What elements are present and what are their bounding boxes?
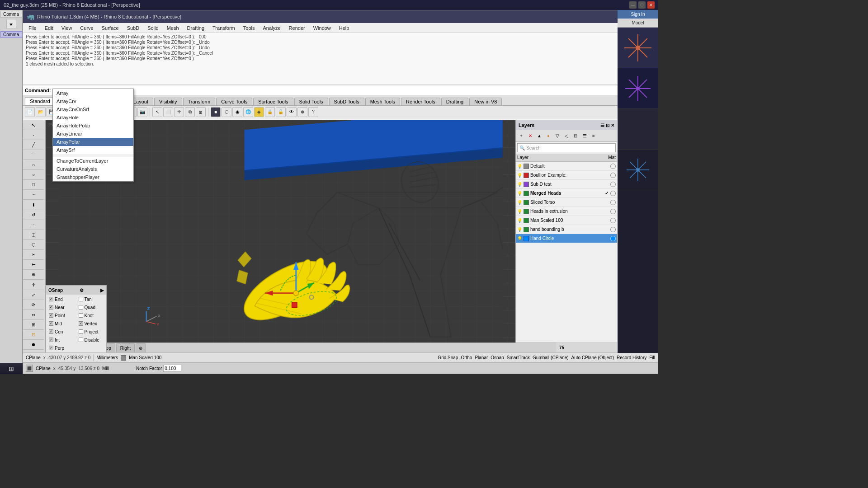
osnap-collapse-icon[interactable]: ▶	[100, 288, 104, 293]
osnap-settings-icon[interactable]: ⚙	[80, 288, 84, 293]
layers-close-icon[interactable]: ✕	[611, 123, 614, 128]
layers-filter-icon[interactable]: ⊡	[606, 123, 609, 128]
menu-subd[interactable]: SubD	[123, 24, 143, 32]
osnap-knot-row[interactable]: Knot	[77, 311, 105, 319]
move-btn[interactable]: ✛	[174, 107, 184, 117]
osnap-project-check[interactable]	[79, 329, 83, 334]
autocomplete-grasshopper[interactable]: GrasshopperPlayer	[53, 173, 133, 181]
layer-settings-btn[interactable]: ☰	[580, 132, 589, 140]
osnap-point-row[interactable]: ✓ Point	[47, 311, 75, 319]
menu-transform[interactable]: Transform	[209, 24, 239, 32]
layer-select-btn[interactable]: ◁	[562, 132, 571, 140]
tab-transform[interactable]: Transform	[183, 98, 216, 105]
status-record-history[interactable]: Record History	[617, 355, 646, 360]
layer-row-subd[interactable]: 💡 Sub D test	[516, 180, 617, 189]
status-cplane[interactable]: CPlane	[26, 355, 41, 360]
osnap-int-check[interactable]: ✓	[49, 338, 53, 342]
menu-edit[interactable]: Edit	[41, 24, 57, 32]
wireframe-btn[interactable]: ⬡	[222, 107, 231, 117]
tab-mesh-tools[interactable]: Mesh Tools	[365, 98, 400, 105]
menu-surface[interactable]: Surface	[98, 24, 123, 32]
menu-render[interactable]: Render	[285, 24, 309, 32]
layer-visibility-icon-heads[interactable]: 💡	[517, 209, 524, 214]
tab-surface-tools[interactable]: Surface Tools	[253, 98, 293, 105]
copy-btn[interactable]: ⧉	[185, 107, 195, 117]
unlock-btn[interactable]: 🔓	[276, 107, 286, 117]
open-btn[interactable]: 📂	[36, 107, 46, 117]
menu-help[interactable]: Help	[335, 24, 353, 32]
layer-visibility-icon-hand-c[interactable]: 💡	[517, 236, 524, 241]
tab-visibility[interactable]: Visibility	[154, 98, 182, 105]
tool-mirror[interactable]: ⇔	[23, 310, 44, 320]
model-tab[interactable]: Model	[618, 19, 658, 28]
tool-select[interactable]: ↖	[23, 120, 44, 130]
status-osnap[interactable]: Osnap	[491, 355, 504, 360]
tool-point[interactable]: ·	[23, 130, 44, 140]
snap-btn[interactable]: ⊕	[297, 107, 307, 117]
display-mode-btn[interactable]: ■	[211, 107, 221, 117]
tool-split[interactable]: ⊢	[23, 260, 44, 270]
layer-visibility-icon-merged[interactable]: 💡	[517, 191, 524, 196]
osnap-end-row[interactable]: ✓ End	[47, 295, 75, 303]
osnap-cen-check[interactable]: ✓	[49, 329, 53, 334]
osnap-near-check[interactable]: ✓	[49, 305, 53, 310]
tool-rect[interactable]: □	[23, 180, 44, 190]
tab-solid-tools[interactable]: Solid Tools	[294, 98, 328, 105]
autocomplete-arraylinear[interactable]: ArrayLinear	[53, 130, 133, 138]
layer-delete-btn[interactable]: ✕	[526, 132, 534, 140]
outer-close-btn[interactable]: ✕	[647, 1, 655, 9]
menu-window[interactable]: Window	[310, 24, 335, 32]
osnap-mid-check[interactable]: ✓	[49, 321, 53, 326]
osnap-project-row[interactable]: Project	[77, 328, 105, 336]
tool-revolve[interactable]: ↺	[23, 210, 44, 220]
tool-blend[interactable]: ⌶	[23, 230, 44, 240]
menu-analyze[interactable]: Analyze	[259, 24, 284, 32]
help-btn[interactable]: ?	[308, 107, 318, 117]
menu-tools[interactable]: Tools	[240, 24, 259, 32]
layer-row-heads-ext[interactable]: 💡 Heads in extrusion	[516, 207, 617, 216]
status-ortho[interactable]: Ortho	[461, 355, 472, 360]
autocomplete-arraysrf[interactable]: ArraySrf	[53, 146, 133, 154]
osnap-mid-row[interactable]: ✓ Mid	[47, 319, 75, 328]
status-fill[interactable]: Fill	[649, 355, 655, 360]
tool-mesh[interactable]: ⬡	[23, 240, 44, 250]
tool-loft[interactable]: ⋯	[23, 220, 44, 230]
tool-line[interactable]: ╱	[23, 140, 44, 150]
tab-drafting[interactable]: Drafting	[441, 98, 469, 105]
status-auto-cplane[interactable]: Auto CPlane (Object)	[571, 355, 614, 360]
osnap-int-row[interactable]: ✓ Int	[47, 336, 75, 344]
layer-row-merged-heads[interactable]: 💡 Merged Heads ✓	[516, 189, 617, 198]
tool-gumball[interactable]: ⊡	[23, 330, 44, 340]
menu-view[interactable]: View	[58, 24, 76, 32]
osnap-point-check[interactable]: ✓	[49, 313, 53, 318]
layers-settings-icon[interactable]: ☰	[600, 123, 604, 128]
select-btn[interactable]: ↖	[152, 107, 162, 117]
vp-tab-right[interactable]: Right	[116, 343, 135, 352]
autocomplete-arrayholepolar[interactable]: ArrayHolePolar	[53, 122, 133, 130]
layer-row-sliced-torso[interactable]: 💡 Sliced Torso	[516, 198, 617, 207]
menu-mesh[interactable]: Mesh	[163, 24, 183, 32]
layer-add-btn[interactable]: +	[517, 132, 525, 140]
osnap-near-row[interactable]: ✓ Near	[47, 303, 75, 311]
layer-color-btn[interactable]: ●	[544, 132, 552, 140]
tool-rotate[interactable]: ⟳	[23, 300, 44, 310]
layer-row-hand-bound[interactable]: 💡 hand bounding b	[516, 225, 617, 234]
tab-standard[interactable]: Standard	[25, 97, 55, 105]
status-gumball[interactable]: Gumball (CPlane)	[533, 355, 568, 360]
window-sel-btn[interactable]: ⬜	[163, 107, 173, 117]
tool-arc[interactable]: ∩	[23, 160, 44, 170]
tab-subd-tools[interactable]: SubD Tools	[329, 98, 364, 105]
layer-visibility-icon-subd[interactable]: 💡	[517, 182, 524, 187]
menu-curve[interactable]: Curve	[76, 24, 97, 32]
status-grid-snap[interactable]: Grid Snap	[438, 355, 458, 360]
menu-solid[interactable]: Solid	[144, 24, 162, 32]
osnap-end-check[interactable]: ✓	[49, 297, 53, 301]
osnap-disable-row[interactable]: Disable	[77, 336, 105, 344]
layer-row-default[interactable]: 💡 Default	[516, 162, 617, 171]
osnap-quad-row[interactable]: Quad	[77, 303, 105, 311]
thumbnail-3[interactable]	[618, 109, 658, 150]
layer-up-btn[interactable]: ▲	[535, 132, 543, 140]
osnap-knot-check[interactable]	[79, 313, 83, 318]
osnap-tan-check[interactable]	[79, 297, 83, 301]
outer-tool-1[interactable]: ★	[6, 19, 16, 29]
